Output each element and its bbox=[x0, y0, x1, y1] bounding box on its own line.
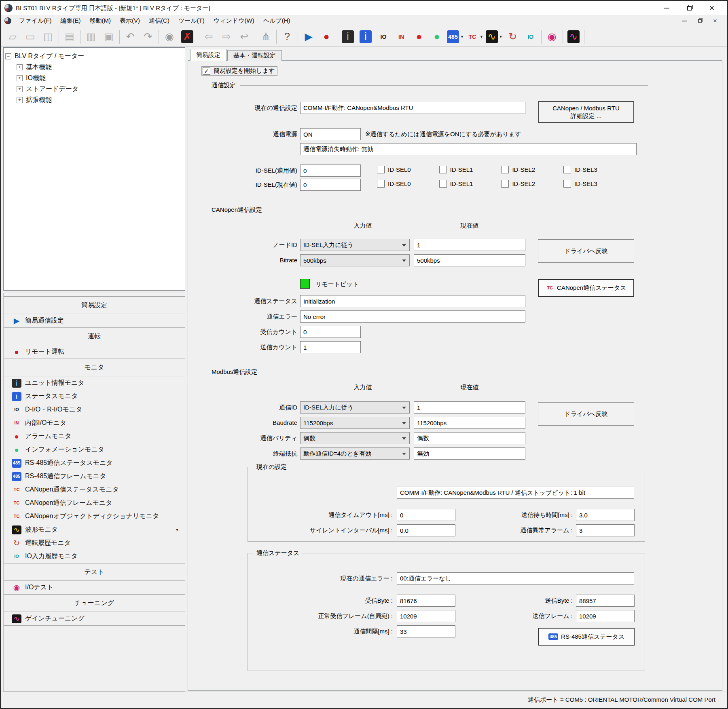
canopen-monitor-button[interactable]: TC ▼ bbox=[465, 28, 485, 45]
new-file-button[interactable]: ▱ ▼ bbox=[4, 28, 21, 45]
bitrate-select[interactable]: 500kbps bbox=[300, 254, 410, 266]
idsel-checkbox[interactable]: ID-SEL3 bbox=[563, 166, 597, 173]
io-test-button[interactable]: ◉ ▼ bbox=[543, 28, 561, 45]
comm-timeout-field[interactable]: 0 bbox=[397, 509, 455, 521]
menu-window[interactable]: ウィンドウ(W) bbox=[209, 16, 259, 26]
modbus-comm-id-current-field[interactable]: 1 bbox=[414, 401, 525, 414]
paste-button[interactable]: ▣ ▼ bbox=[100, 28, 118, 45]
tx-count-field[interactable]: 1 bbox=[300, 341, 361, 353]
forward-button[interactable]: ⇨ ▼ bbox=[218, 28, 235, 45]
sidebar-item-simple-comm-settings[interactable]: ▶ 簡易通信設定 ▼ bbox=[4, 314, 185, 327]
sidebar-item-dio-monitor[interactable]: IO D-I/O・R-I/Oモニタ ▼ bbox=[4, 403, 185, 416]
sidebar-item-status-monitor[interactable]: i ステータスモニタ ▼ bbox=[4, 390, 185, 403]
gain-tuning-button[interactable]: ∿ ▼ bbox=[565, 28, 582, 45]
status-monitor-button[interactable]: i ▼ bbox=[357, 28, 375, 45]
bitrate-current-field[interactable]: 500kbps bbox=[414, 254, 525, 266]
idsel-checkbox[interactable]: ID-SEL2 bbox=[501, 166, 535, 173]
disconnect-button[interactable]: ✗ ▼ bbox=[178, 28, 196, 45]
remote-operation-button[interactable]: ● ▼ bbox=[317, 28, 335, 45]
idsel-current-field[interactable]: 0 bbox=[300, 179, 361, 191]
sidebar-item-remote-operation[interactable]: ● リモート運転 ▼ bbox=[4, 345, 185, 359]
menu-communication[interactable]: 通信(C) bbox=[144, 16, 174, 26]
expand-plus-icon[interactable]: + bbox=[17, 86, 23, 92]
undo-button[interactable]: ↶ ▼ bbox=[121, 28, 139, 45]
checkbox-box[interactable] bbox=[563, 166, 571, 173]
comm-power-loss-field[interactable]: 通信電源消失時動作: 無効 bbox=[300, 143, 637, 155]
idsel-checkbox[interactable]: ID-SEL1 bbox=[439, 180, 473, 188]
canopen-comm-error-field[interactable]: No error bbox=[300, 310, 525, 323]
tx-wait-field[interactable]: 3.0 bbox=[576, 509, 635, 521]
canopen-comm-status-button[interactable]: TC CANopen通信ステータス bbox=[538, 279, 634, 297]
sidebar-item-gain-tuning[interactable]: ∿ ゲインチューニング ▼ bbox=[4, 612, 185, 625]
idsel-checkbox[interactable]: ID-SEL0 bbox=[377, 166, 411, 173]
modbus-apply-to-driver-button[interactable]: ドライバへ反映 bbox=[538, 402, 634, 426]
copy-button[interactable]: ▥ ▼ bbox=[82, 28, 100, 45]
checkbox-box[interactable] bbox=[501, 166, 509, 173]
tree-item[interactable]: + IO機能 bbox=[5, 73, 183, 84]
sidebar-item-io-input-history-monitor[interactable]: IO IO入力履歴モニタ ▼ bbox=[4, 550, 185, 563]
menu-tools[interactable]: ツール(T) bbox=[174, 16, 209, 26]
canopen-apply-to-driver-button[interactable]: ドライバへ反映 bbox=[538, 239, 634, 263]
maximize-restore-button[interactable] bbox=[683, 3, 695, 13]
print-button[interactable]: ▤ ▼ bbox=[61, 28, 78, 45]
sidebar-item-alarm-monitor[interactable]: ● アラームモニタ ▼ bbox=[4, 430, 185, 443]
checkbox-box[interactable] bbox=[563, 180, 571, 188]
rs485-monitor-button[interactable]: 485 ▼ bbox=[446, 28, 465, 45]
checkbox-checked-icon[interactable]: ✓ bbox=[203, 67, 210, 75]
idsel-applied-field[interactable]: 0 bbox=[300, 165, 361, 177]
comm-power-field[interactable]: ON bbox=[300, 128, 361, 140]
sidebar-item-rs485-comm-frame-monitor[interactable]: 485 RS-485通信フレームモニタ ▼ bbox=[4, 470, 185, 483]
comm-summary-field[interactable]: COMM-I/F動作: CANopen&Modbus RTU / 通信ストップビ… bbox=[397, 487, 634, 499]
canopen-comm-status-field[interactable]: Initialization bbox=[300, 295, 525, 307]
alarm-monitor-button[interactable]: ● ▼ bbox=[410, 28, 428, 45]
internal-io-monitor-button[interactable]: IN ▼ bbox=[392, 28, 410, 45]
unit-info-monitor-button[interactable]: i ▼ bbox=[339, 28, 357, 45]
silent-interval-field[interactable]: 0.0 bbox=[397, 524, 455, 536]
rx-frame-field[interactable]: 10209 bbox=[397, 610, 455, 622]
save-button[interactable]: ◫ ▼ bbox=[39, 28, 57, 45]
tx-byte-field[interactable]: 88957 bbox=[576, 595, 635, 607]
close-button[interactable]: × bbox=[706, 3, 718, 13]
menu-move[interactable]: 移動(M) bbox=[85, 16, 116, 26]
modbus-terminator-select[interactable]: 動作通信ID=4のとき有効 bbox=[300, 447, 410, 460]
mdi-close-button[interactable]: × bbox=[711, 17, 720, 25]
tree-item[interactable]: + 拡張機能 bbox=[5, 95, 183, 106]
checkbox-box[interactable] bbox=[439, 180, 447, 188]
idsel-checkbox[interactable]: ID-SEL1 bbox=[439, 166, 473, 173]
back-button[interactable]: ⇦ ▼ bbox=[200, 28, 218, 45]
tree-root[interactable]: − BLV Rタイプ / モーター bbox=[5, 51, 183, 62]
idsel-checkbox[interactable]: ID-SEL2 bbox=[501, 180, 535, 188]
menu-help[interactable]: ヘルプ(H) bbox=[259, 16, 295, 26]
return-button[interactable]: ↩ ▼ bbox=[235, 28, 253, 45]
menu-view[interactable]: 表示(V) bbox=[115, 16, 144, 26]
idsel-checkbox[interactable]: ID-SEL3 bbox=[563, 180, 597, 188]
minimize-button[interactable] bbox=[660, 3, 673, 13]
idsel-checkbox[interactable]: ID-SEL0 bbox=[377, 180, 411, 188]
comm-alarm-field[interactable]: 3 bbox=[576, 524, 635, 536]
sidebar-item-canopen-comm-status-monitor[interactable]: TC CANopen通信ステータスモニタ ▼ bbox=[4, 483, 185, 496]
sidebar-item-internal-io-monitor[interactable]: IN 内部I/Oモニタ ▼ bbox=[4, 416, 185, 430]
modbus-parity-current-field[interactable]: 偶数 bbox=[414, 432, 525, 444]
information-monitor-button[interactable]: ● ▼ bbox=[428, 28, 446, 45]
mdi-minimize-button[interactable] bbox=[680, 17, 689, 25]
sidebar-item-information-monitor[interactable]: ● インフォメーションモニタ ▼ bbox=[4, 443, 185, 456]
sidebar-item-operation-history-monitor[interactable]: ↻ 運転履歴モニタ ▼ bbox=[4, 536, 185, 550]
checkbox-box[interactable] bbox=[439, 166, 447, 173]
checkbox-box[interactable] bbox=[377, 180, 385, 188]
sidebar-item-unit-info-monitor[interactable]: i ユニット情報モニタ ▼ bbox=[4, 376, 185, 390]
simple-comm-settings-button[interactable]: ▶ ▼ bbox=[300, 28, 317, 45]
comm-interval-field[interactable]: 33 bbox=[397, 625, 455, 637]
current-comm-settings-field[interactable]: COMM-I/F動作: CANopen&Modbus RTU bbox=[300, 102, 525, 114]
sidebar-item-canopen-object-dictionary-monitor[interactable]: TC CANopenオブジェクトディクショナリモニタ ▼ bbox=[4, 510, 185, 523]
rx-byte-field[interactable]: 81676 bbox=[397, 595, 455, 607]
io-input-history-monitor-button[interactable]: IO ▼ bbox=[522, 28, 540, 45]
collapse-minus-icon[interactable]: − bbox=[5, 53, 11, 59]
checkbox-box[interactable] bbox=[501, 180, 509, 188]
dio-monitor-button[interactable]: IO ▼ bbox=[375, 28, 392, 45]
current-comm-error-field[interactable]: 00:通信エラーなし bbox=[397, 572, 634, 585]
mdi-restore-button[interactable] bbox=[695, 17, 704, 25]
sidebar-item-io-test[interactable]: ◉ I/Oテスト ▼ bbox=[4, 581, 185, 594]
expand-plus-icon[interactable]: + bbox=[17, 75, 23, 81]
canopen-modbus-detail-settings-button[interactable]: CANopen / Modbus RTU 詳細設定 ... bbox=[538, 101, 634, 123]
modbus-terminator-current-field[interactable]: 無効 bbox=[414, 447, 525, 460]
